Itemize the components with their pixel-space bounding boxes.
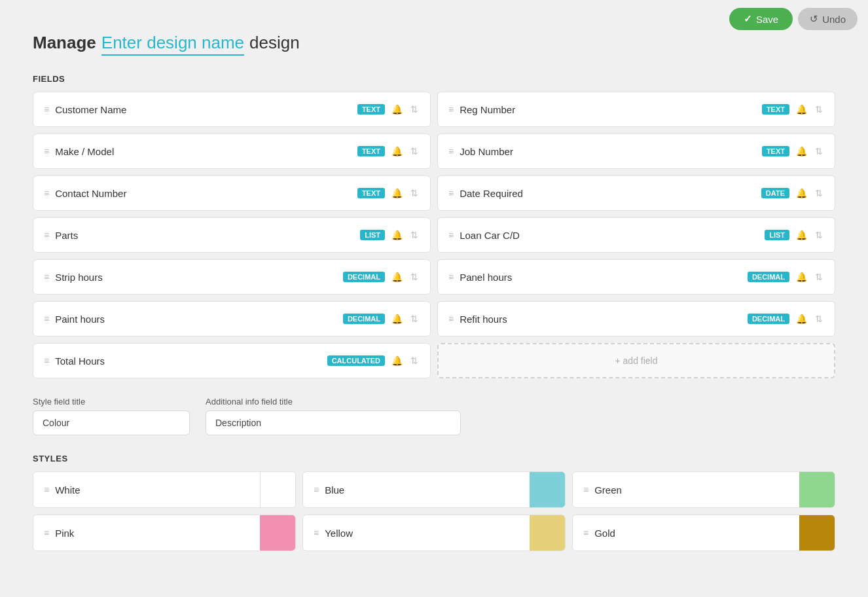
field-item-make-model: ≡ Make / Model TEXT 🔔 ⇅ xyxy=(33,134,431,169)
field-item-parts: ≡ Parts LIST 🔔 ⇅ xyxy=(33,217,431,253)
info-icon-paint-hours[interactable]: 🔔 xyxy=(390,314,404,324)
field-name-customer-name: Customer Name xyxy=(55,104,126,115)
meta-section: Style field title Additional info field … xyxy=(33,397,835,435)
arrows-icon-customer-name[interactable]: ⇅ xyxy=(409,104,420,115)
arrows-icon-job-number[interactable]: ⇅ xyxy=(814,146,824,156)
drag-handle-icon[interactable]: ≡ xyxy=(448,272,453,281)
arrows-icon-reg-number[interactable]: ⇅ xyxy=(814,104,824,115)
style-name-white: White xyxy=(55,484,80,496)
info-icon-make-model[interactable]: 🔔 xyxy=(390,146,404,156)
info-icon-parts[interactable]: 🔔 xyxy=(390,230,404,240)
style-item-white: ≡ White xyxy=(33,471,296,508)
styles-grid: ≡ White ≡ Blue ≡ Green ≡ Pink xyxy=(33,471,835,551)
style-item-green: ≡ Green xyxy=(572,471,835,508)
field-item-reg-number: ≡ Reg Number TEXT 🔔 ⇅ xyxy=(437,92,835,127)
info-icon-refit-hours[interactable]: 🔔 xyxy=(795,314,808,324)
badge-list-loan-car: LIST xyxy=(765,230,789,240)
info-icon-customer-name[interactable]: 🔔 xyxy=(390,104,404,115)
style-item-blue: ≡ Blue xyxy=(302,471,566,508)
style-item-yellow: ≡ Yellow xyxy=(302,515,566,551)
title-manage: Manage xyxy=(33,33,96,53)
drag-handle-icon[interactable]: ≡ xyxy=(448,230,453,240)
top-bar: Save Undo xyxy=(719,0,868,38)
page-title: Manage Enter design name design xyxy=(33,33,835,56)
arrows-icon-strip-hours[interactable]: ⇅ xyxy=(409,272,420,282)
drag-handle-icon[interactable]: ≡ xyxy=(448,314,453,323)
badge-text-reg-number: TEXT xyxy=(762,104,789,115)
badge-text-job-number: TEXT xyxy=(762,146,789,156)
drag-handle-gold-icon[interactable]: ≡ xyxy=(583,528,588,537)
drag-handle-green-icon[interactable]: ≡ xyxy=(583,485,588,494)
field-name-job-number: Job Number xyxy=(460,146,513,157)
drag-handle-blue-icon[interactable]: ≡ xyxy=(314,485,318,494)
info-icon-strip-hours[interactable]: 🔔 xyxy=(390,272,404,282)
color-swatch-green[interactable] xyxy=(799,472,835,507)
badge-date-date-required: DATE xyxy=(761,188,789,198)
field-name-panel-hours: Panel hours xyxy=(460,272,512,283)
additional-info-label: Additional info field title xyxy=(206,397,461,407)
badge-text-customer-name: TEXT xyxy=(357,104,385,115)
save-button[interactable]: Save xyxy=(729,8,793,30)
color-swatch-blue[interactable] xyxy=(530,472,565,507)
arrows-icon-total-hours[interactable]: ⇅ xyxy=(409,355,420,366)
arrows-icon-date-required[interactable]: ⇅ xyxy=(814,188,824,198)
drag-handle-icon[interactable]: ≡ xyxy=(448,189,453,198)
undo-button[interactable]: Undo xyxy=(798,8,858,30)
style-item-gold: ≡ Gold xyxy=(572,515,835,551)
color-swatch-white[interactable] xyxy=(260,472,295,507)
style-name-yellow: Yellow xyxy=(325,528,353,539)
info-icon-loan-car[interactable]: 🔔 xyxy=(795,230,808,240)
info-icon-job-number[interactable]: 🔔 xyxy=(795,146,808,156)
drag-handle-icon[interactable]: ≡ xyxy=(44,314,48,323)
style-name-green: Green xyxy=(594,484,622,496)
arrows-icon-panel-hours[interactable]: ⇅ xyxy=(814,272,824,282)
arrows-icon-refit-hours[interactable]: ⇅ xyxy=(814,314,824,324)
badge-text-make-model: TEXT xyxy=(357,146,385,156)
drag-handle-icon[interactable]: ≡ xyxy=(44,189,48,198)
additional-info-group: Additional info field title xyxy=(206,397,461,435)
design-name-input-display[interactable]: Enter design name xyxy=(101,33,244,56)
color-swatch-yellow[interactable] xyxy=(530,515,565,551)
drag-handle-icon[interactable]: ≡ xyxy=(44,230,48,240)
info-icon-date-required[interactable]: 🔔 xyxy=(795,188,808,198)
color-swatch-pink[interactable] xyxy=(260,515,295,551)
drag-handle-icon[interactable]: ≡ xyxy=(44,356,48,365)
field-item-job-number: ≡ Job Number TEXT 🔔 ⇅ xyxy=(437,134,835,169)
drag-handle-icon[interactable]: ≡ xyxy=(448,147,453,156)
field-name-parts: Parts xyxy=(55,230,78,241)
info-icon-reg-number[interactable]: 🔔 xyxy=(795,104,808,115)
arrows-icon-make-model[interactable]: ⇅ xyxy=(409,146,420,156)
arrows-icon-parts[interactable]: ⇅ xyxy=(409,230,420,240)
field-item-total-hours: ≡ Total Hours CALCULATED 🔔 ⇅ xyxy=(33,343,431,378)
info-icon-contact-number[interactable]: 🔔 xyxy=(390,188,404,198)
info-icon-total-hours[interactable]: 🔔 xyxy=(390,355,404,366)
drag-handle-icon[interactable]: ≡ xyxy=(448,105,453,114)
color-swatch-gold[interactable] xyxy=(799,515,835,551)
additional-info-input[interactable] xyxy=(206,410,461,435)
field-item-paint-hours: ≡ Paint hours DECIMAL 🔔 ⇅ xyxy=(33,301,431,336)
drag-handle-white-icon[interactable]: ≡ xyxy=(44,485,48,494)
arrows-icon-contact-number[interactable]: ⇅ xyxy=(409,188,420,198)
drag-handle-icon[interactable]: ≡ xyxy=(44,147,48,156)
field-item-panel-hours: ≡ Panel hours DECIMAL 🔔 ⇅ xyxy=(437,259,835,295)
drag-handle-icon[interactable]: ≡ xyxy=(44,105,48,114)
drag-handle-pink-icon[interactable]: ≡ xyxy=(44,528,48,537)
arrows-icon-loan-car[interactable]: ⇅ xyxy=(814,230,824,240)
arrows-icon-paint-hours[interactable]: ⇅ xyxy=(409,314,420,324)
field-name-total-hours: Total Hours xyxy=(55,355,105,367)
drag-handle-yellow-icon[interactable]: ≡ xyxy=(314,528,318,537)
field-name-make-model: Make / Model xyxy=(55,146,114,157)
field-name-loan-car: Loan Car C/D xyxy=(460,230,520,241)
field-item-strip-hours: ≡ Strip hours DECIMAL 🔔 ⇅ xyxy=(33,259,431,295)
style-field-title-input[interactable] xyxy=(33,410,190,435)
field-item-date-required: ≡ Date Required DATE 🔔 ⇅ xyxy=(437,175,835,211)
drag-handle-icon[interactable]: ≡ xyxy=(44,272,48,281)
style-field-title-label: Style field title xyxy=(33,397,190,407)
field-name-paint-hours: Paint hours xyxy=(55,314,105,325)
badge-decimal-refit-hours: DECIMAL xyxy=(748,314,789,324)
add-field-button[interactable]: + add field xyxy=(437,343,835,378)
info-icon-panel-hours[interactable]: 🔔 xyxy=(795,272,808,282)
styles-section-label: STYLES xyxy=(33,454,835,463)
field-name-contact-number: Contact Number xyxy=(55,188,126,199)
style-name-gold: Gold xyxy=(594,528,615,539)
